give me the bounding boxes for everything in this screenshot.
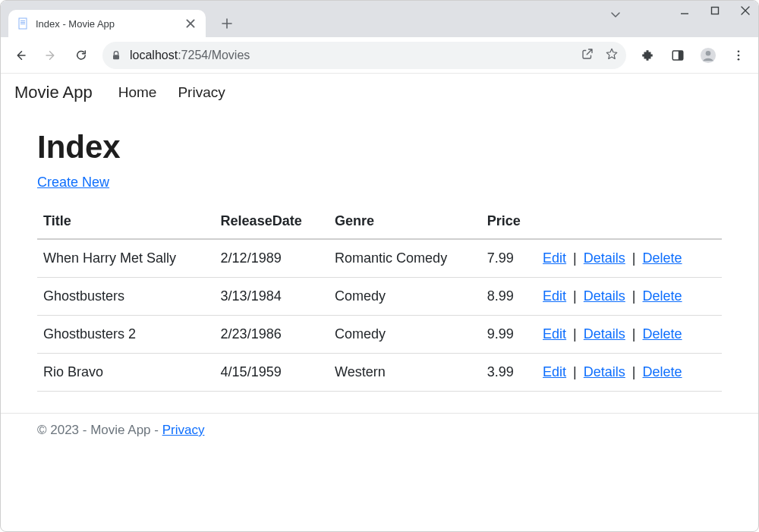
edit-link[interactable]: Edit	[543, 326, 566, 342]
cell-releasedate: 2/23/1986	[215, 316, 329, 354]
tab-close-icon[interactable]	[184, 17, 197, 30]
movies-table: Title ReleaseDate Genre Price When Harry…	[37, 204, 722, 392]
cell-actions: Edit | Details | Delete	[537, 239, 722, 278]
th-genre: Genre	[329, 204, 481, 239]
page-heading: Index	[37, 129, 722, 165]
details-link[interactable]: Details	[584, 288, 625, 304]
cell-actions: Edit | Details | Delete	[537, 316, 722, 354]
forward-button[interactable]	[37, 42, 65, 69]
details-link[interactable]: Details	[584, 364, 625, 379]
svg-rect-1	[20, 20, 25, 21]
cell-actions: Edit | Details | Delete	[537, 278, 722, 316]
browser-menu-icon[interactable]	[725, 42, 752, 69]
table-header-row: Title ReleaseDate Genre Price	[37, 204, 722, 239]
extensions-icon[interactable]	[634, 42, 661, 69]
cell-title: Rio Bravo	[37, 354, 215, 392]
th-price: Price	[481, 204, 537, 239]
svg-rect-4	[712, 8, 719, 14]
site-navbar: Movie App Home Privacy	[1, 74, 758, 109]
svg-point-11	[738, 54, 740, 56]
table-row: Ghostbusters 3/13/1984 Comedy 8.99 Edit …	[37, 278, 722, 316]
svg-point-12	[738, 58, 740, 60]
delete-link[interactable]: Delete	[643, 250, 682, 266]
tab-title: Index - Movie App	[36, 18, 178, 30]
svg-point-9	[706, 50, 711, 55]
create-new-link[interactable]: Create New	[37, 175, 109, 190]
th-actions	[537, 204, 722, 239]
tab-strip: Index - Movie App	[1, 1, 758, 37]
cell-title: When Harry Met Sally	[37, 239, 215, 278]
window-minimize-icon[interactable]	[679, 5, 690, 19]
svg-rect-2	[20, 22, 25, 23]
url-text: localhost:7254/Movies	[130, 49, 250, 62]
page-content: Movie App Home Privacy Index Create New …	[1, 74, 758, 531]
cell-title: Ghostbusters 2	[37, 316, 215, 354]
table-row: When Harry Met Sally 2/12/1989 Romantic …	[37, 239, 722, 278]
table-row: Ghostbusters 2 2/23/1986 Comedy 9.99 Edi…	[37, 316, 722, 354]
reload-button[interactable]	[68, 42, 95, 69]
edit-link[interactable]: Edit	[543, 364, 566, 379]
navbar-brand[interactable]: Movie App	[14, 83, 93, 102]
footer-text: © 2023 - Movie App -	[37, 423, 162, 437]
cell-genre: Western	[329, 354, 481, 392]
tab-search-chevron-icon[interactable]	[609, 8, 622, 24]
cell-releasedate: 3/13/1984	[215, 278, 329, 316]
nav-link-privacy[interactable]: Privacy	[178, 84, 225, 101]
delete-link[interactable]: Delete	[643, 288, 682, 304]
new-tab-button[interactable]	[216, 13, 238, 34]
delete-link[interactable]: Delete	[643, 326, 682, 342]
th-title: Title	[37, 204, 215, 239]
cell-price: 3.99	[481, 354, 537, 392]
side-panel-icon[interactable]	[664, 42, 691, 69]
details-link[interactable]: Details	[584, 326, 625, 342]
page-favicon-icon	[17, 17, 30, 30]
svg-point-10	[738, 50, 740, 52]
table-row: Rio Bravo 4/15/1959 Western 3.99 Edit | …	[37, 354, 722, 392]
browser-window: Index - Movie App	[0, 0, 759, 532]
delete-link[interactable]: Delete	[643, 364, 682, 379]
cell-actions: Edit | Details | Delete	[537, 354, 722, 392]
cell-genre: Comedy	[329, 316, 481, 354]
window-close-icon[interactable]	[740, 5, 751, 19]
url-path: :7254/Movies	[178, 49, 250, 61]
site-footer: © 2023 - Movie App - Privacy	[1, 413, 758, 447]
cell-genre: Comedy	[329, 278, 481, 316]
svg-rect-3	[20, 24, 25, 24]
url-host: localhost	[130, 49, 178, 61]
cell-title: Ghostbusters	[37, 278, 215, 316]
nav-link-home[interactable]: Home	[118, 84, 157, 101]
cell-price: 9.99	[481, 316, 537, 354]
edit-link[interactable]: Edit	[543, 288, 566, 304]
cell-genre: Romantic Comedy	[329, 239, 481, 278]
share-icon[interactable]	[581, 47, 594, 64]
details-link[interactable]: Details	[584, 250, 625, 266]
browser-toolbar: localhost:7254/Movies	[1, 37, 758, 74]
cell-releasedate: 4/15/1959	[215, 354, 329, 392]
cell-price: 7.99	[481, 239, 537, 278]
svg-rect-7	[679, 51, 683, 60]
svg-rect-5	[113, 55, 119, 59]
back-button[interactable]	[7, 42, 34, 69]
window-controls	[679, 5, 751, 19]
bookmark-star-icon[interactable]	[605, 47, 619, 64]
cell-price: 8.99	[481, 278, 537, 316]
profile-avatar-icon[interactable]	[694, 42, 722, 69]
main-container: Index Create New Title ReleaseDate Genre…	[1, 109, 758, 392]
footer-privacy-link[interactable]: Privacy	[162, 423, 205, 437]
lock-icon	[110, 49, 122, 61]
th-releasedate: ReleaseDate	[215, 204, 329, 239]
browser-tab[interactable]: Index - Movie App	[8, 10, 206, 37]
address-bar[interactable]: localhost:7254/Movies	[102, 42, 626, 69]
edit-link[interactable]: Edit	[543, 250, 566, 266]
window-maximize-icon[interactable]	[710, 5, 720, 19]
cell-releasedate: 2/12/1989	[215, 239, 329, 278]
